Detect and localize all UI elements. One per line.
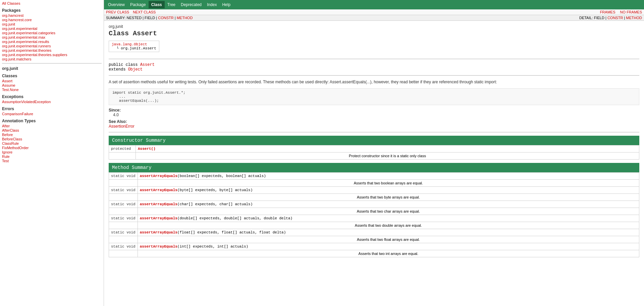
method-desc-row-0: Asserts that two boolean arrays are equa… [109, 180, 639, 187]
since-label: Since: [109, 108, 121, 113]
summary-method-link[interactable]: METHOD [177, 16, 193, 20]
sidebar-annotation-After[interactable]: After [2, 124, 102, 128]
method-row: static voidassertArrayEquals(double[] ex… [109, 215, 639, 222]
sidebar-packages: org.hamcrestorg.hamcrest.coreorg.junitor… [2, 13, 102, 61]
see-also-link[interactable]: AssertionError [109, 124, 135, 129]
sidebar-annotation-Ignore[interactable]: Ignore [2, 150, 102, 154]
sidebar-classes: AssertAssumeTest.None [2, 79, 102, 92]
prev-class-link[interactable]: PREV CLASS [106, 10, 129, 14]
sidebar-class-Test-None[interactable]: Test.None [2, 88, 102, 92]
annotation-types-title: Annotation Types [2, 119, 102, 123]
sidebar-annotation-AfterClass[interactable]: AfterClass [2, 128, 102, 132]
parent-class-link[interactable]: java.lang.Object [112, 42, 147, 46]
class-package: org.junit [109, 24, 639, 29]
sidebar-item-org-junit-experimental-max[interactable]: org.junit.experimental.max [2, 35, 102, 39]
sub-nav-right: FRAMES NO FRAMES [600, 10, 642, 14]
method-row: static voidassertArrayEquals(int[] expec… [109, 243, 639, 250]
sidebar-item-org-hamcrest[interactable]: org.hamcrest [2, 13, 102, 17]
method-link-4[interactable]: assertArrayEquals [140, 230, 177, 234]
decl-extends: extends [109, 67, 125, 72]
sidebar-item-org-junit-experimental-categories[interactable]: org.junit.experimental.categories [2, 31, 102, 35]
method-link-1[interactable]: assertArrayEquals [140, 188, 177, 192]
sidebar-annotation-Test[interactable]: Test [2, 159, 102, 163]
sidebar: All Classes Packages org.hamcrestorg.ham… [0, 0, 104, 306]
sidebar-exceptions: AssumptionViolatedException [2, 100, 102, 104]
topnav-class[interactable]: Class [149, 1, 165, 8]
sidebar-item-org-junit-experimental-theories-suppliers[interactable]: org.junit.experimental.theories.supplier… [2, 53, 102, 57]
method-signature-cell: assertArrayEquals(float[] expecteds, flo… [138, 229, 639, 236]
sidebar-annotation-FixMethodOrder[interactable]: FixMethodOrder [2, 146, 102, 150]
method-description-0: Asserts that two boolean arrays are equa… [138, 180, 639, 187]
no-frames-link[interactable]: NO FRAMES [620, 10, 642, 14]
method-link-3[interactable]: assertArrayEquals [140, 216, 177, 220]
sidebar-annotation-types: AfterAfterClassBeforeBeforeClassClassRul… [2, 124, 102, 163]
decl-class-link[interactable]: Assert [140, 62, 155, 67]
topnav-deprecated[interactable]: Deprecated [178, 1, 204, 8]
classes-title: Classes [2, 74, 102, 78]
detail-method-link[interactable]: METHOD [626, 16, 642, 20]
sidebar-item-org-junit-experimental-theories[interactable]: org.junit.experimental.theories [2, 48, 102, 52]
topnav-tree[interactable]: Tree [165, 1, 178, 8]
method-description-4: Asserts that two float arrays are equal. [138, 236, 639, 243]
sidebar-annotation-ClassRule[interactable]: ClassRule [2, 141, 102, 145]
frames-link[interactable]: FRAMES [600, 10, 615, 14]
topnav-overview[interactable]: Overview [105, 1, 127, 8]
method-row: static voidassertArrayEquals(char[] expe… [109, 201, 639, 208]
all-classes-link[interactable]: All Classes [2, 1, 102, 5]
detail-constr-link[interactable]: CONSTR [607, 16, 623, 20]
code-example: import static org.junit.Assert.*; ... as… [109, 88, 639, 105]
sidebar-item-org-junit-experimental-results[interactable]: org.junit.experimental.results [2, 40, 102, 44]
sidebar-annotation-BeforeClass[interactable]: BeforeClass [2, 137, 102, 141]
sidebar-annotation-Before[interactable]: Before [2, 133, 102, 137]
method-description-3: Asserts that two double arrays are equal… [138, 222, 639, 229]
sidebar-exception-AssumptionViolatedException[interactable]: AssumptionViolatedException [2, 100, 102, 104]
topnav-items: OverviewPackageClassTreeDeprecatedIndexH… [105, 1, 233, 8]
method-args-2: (char[] expecteds, char[] actuals) [177, 202, 253, 206]
inheritance-indent: └ org.junit.Assert [116, 46, 156, 50]
method-link-5[interactable]: assertArrayEquals [140, 245, 177, 249]
sidebar-errors: ComparisonFailure [2, 112, 102, 116]
method-desc-row-3: Asserts that two double arrays are equal… [109, 222, 639, 229]
sidebar-annotation-Rule[interactable]: Rule [2, 155, 102, 159]
decl-parent-link[interactable]: Object [128, 67, 143, 72]
method-row: static voidassertArrayEquals(float[] exp… [109, 229, 639, 236]
class-title: Class Assert [109, 30, 639, 37]
sidebar-item-org-junit[interactable]: org.junit [2, 22, 102, 26]
sidebar-divider [2, 63, 102, 63]
summary-right: DETAIL: FIELD | CONSTR | METHOD [579, 16, 642, 20]
method-modifier: static void [109, 229, 138, 236]
method-signature-cell: assertArrayEquals(char[] expecteds, char… [138, 201, 639, 208]
sidebar-class-Assert[interactable]: Assert [2, 79, 102, 83]
next-class-link[interactable]: NEXT CLASS [133, 10, 156, 14]
topnav-package[interactable]: Package [127, 1, 149, 8]
method-signature-cell: assertArrayEquals(byte[] expecteds, byte… [138, 187, 639, 194]
topnav-help[interactable]: Help [219, 1, 233, 8]
divider-3 [109, 132, 639, 132]
sub-nav-left: PREV CLASS NEXT CLASS [106, 10, 156, 14]
constructor-link[interactable]: Assert() [138, 147, 156, 151]
sidebar-item-org-junit-experimental-runners[interactable]: org.junit.experimental.runners [2, 44, 102, 48]
method-summary-header: Method Summary [109, 163, 639, 172]
method-desc-row-5: Asserts that two int arrays are equal. [109, 250, 639, 257]
method-args-0: (boolean[] expecteds, boolean[] actuals) [177, 174, 266, 178]
sub-nav: PREV CLASS NEXT CLASS FRAMES NO FRAMES [104, 9, 644, 15]
method-link-0[interactable]: assertArrayEquals [140, 174, 177, 178]
since-value: 4.0 [109, 113, 119, 117]
current-package-label: org.junit [2, 66, 102, 71]
method-description-2: Asserts that two char arrays are equal. [138, 208, 639, 215]
class-description: A set of assertion methods useful for wr… [109, 79, 639, 85]
decl-modifier: public class [109, 62, 138, 67]
sidebar-class-Assume[interactable]: Assume [2, 83, 102, 87]
packages-title: Packages [2, 8, 102, 13]
sidebar-item-org-hamcrest-core[interactable]: org.hamcrest.core [2, 18, 102, 22]
method-row: static voidassertArrayEquals(boolean[] e… [109, 173, 639, 180]
sidebar-error-ComparisonFailure[interactable]: ComparisonFailure [2, 112, 102, 116]
summary-constr-link[interactable]: CONSTR [158, 16, 173, 20]
sidebar-item-org-junit-experimental[interactable]: org.junit.experimental [2, 27, 102, 31]
since-block: Since: 4.0 [109, 108, 639, 117]
topnav-index[interactable]: Index [204, 1, 219, 8]
sidebar-item-org-junit-matchers[interactable]: org.junit.matchers [2, 57, 102, 61]
method-args-5: (int[] expecteds, int[] actuals) [177, 245, 248, 249]
constructor-desc-row: Protect constructor since it is a static… [109, 152, 639, 160]
method-link-2[interactable]: assertArrayEquals [140, 202, 177, 206]
